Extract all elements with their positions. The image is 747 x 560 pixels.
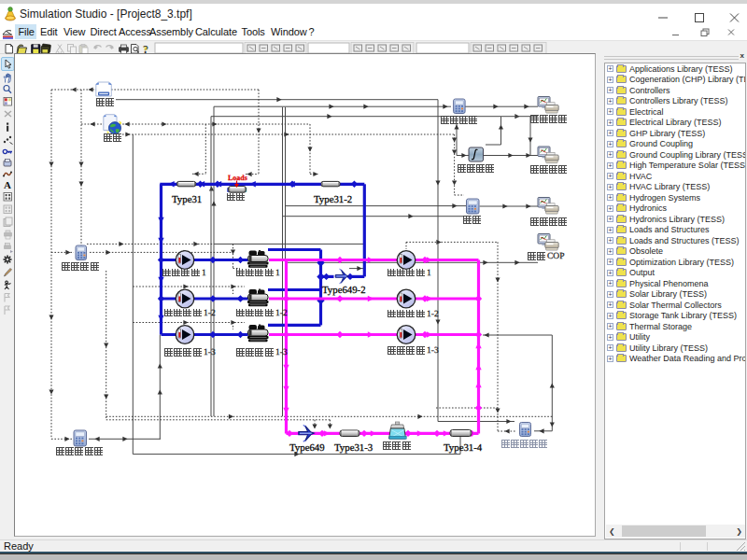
svg-text:A: A xyxy=(4,179,11,190)
